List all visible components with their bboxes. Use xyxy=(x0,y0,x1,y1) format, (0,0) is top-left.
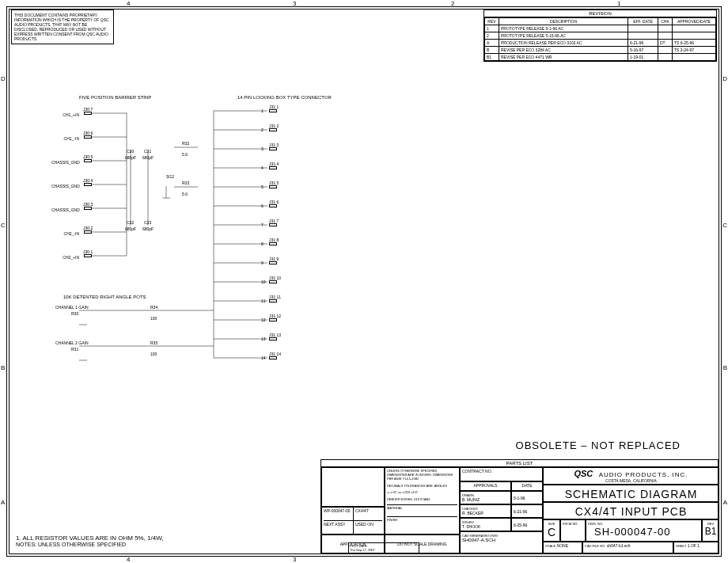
tb-rev: REVB1 xyxy=(702,519,719,542)
j31-pin-box xyxy=(269,204,277,207)
parts-list-header: PARTS LIST xyxy=(320,459,719,466)
c32-ref: C32 xyxy=(127,220,134,225)
tb-checked: CHECKEDR. BECKER xyxy=(460,504,511,518)
pots-label: 10K DETENTED RIGHT ANGLE POTS xyxy=(63,295,146,299)
r31-ref: R31 xyxy=(71,347,78,352)
j30-sig: CH1_-IN xyxy=(51,136,79,141)
tb-contract: CONTRACT NO. xyxy=(460,467,543,481)
j31-pin-box xyxy=(269,109,277,112)
tb-tolerances: UNLESS OTHERWISE SPECIFIED DIMENSIONS AR… xyxy=(385,467,460,534)
j31-pin-num: 6 xyxy=(261,204,264,208)
r35-val: 100 xyxy=(150,352,157,356)
tb-fscm: FSCM NO. xyxy=(560,519,586,542)
tb-company: QSC AUDIO PRODUCTS, INC. COSTA MESA, CAL… xyxy=(543,467,719,485)
j31-pin-num: 9 xyxy=(261,261,264,265)
schematic-area: FIVE POSITION BARRIER STRIP 14 PIN LOCKI… xyxy=(55,95,372,396)
j31-pin-box xyxy=(269,318,277,321)
notes-header: NOTES: UNLESS OTHERWISE SPECIFIED xyxy=(16,542,164,547)
ch1-gain-label: CHANNEL 1 GAIN xyxy=(55,305,89,310)
tb-dwg: DWG. NO.SH-000047-00 xyxy=(586,519,702,542)
sg2-ref: SG2 xyxy=(166,174,174,179)
j31-pin-box xyxy=(269,280,277,283)
tb-checked-date: 6-21-96 xyxy=(511,504,543,518)
zone-top-4: 4 xyxy=(127,0,130,7)
j30-sig: CH2_-IN xyxy=(51,231,79,236)
j30-sig: CHASSIS_GND xyxy=(51,184,79,188)
r30-ref: R30 xyxy=(71,311,78,316)
title-block: WP-000047-00 NEXT ASSY CX4/4T USED ON AP… xyxy=(320,466,719,553)
j30-sig: CHASSIS_GND xyxy=(51,207,79,212)
zone-left-c: C xyxy=(1,222,6,229)
plot-date: PLOT DATEThu Sep 27, 2007 xyxy=(348,542,419,553)
j31-pin-num: 11 xyxy=(261,299,266,303)
j30-pin-box xyxy=(84,254,92,257)
tb-issued-date: 6-25-96 xyxy=(511,518,543,531)
c30-val: 680pF xyxy=(125,155,136,160)
tb-title1: SCHEMATIC DIAGRAM xyxy=(543,485,719,502)
j30-pin-box xyxy=(84,183,92,186)
revision-block: REVISION REV DESCRIPTION EFF. DATE CHK A… xyxy=(483,10,717,62)
j31-pin-num: 1 xyxy=(261,108,264,113)
j31-pin-num: 10 xyxy=(261,280,266,284)
j31-pin-box xyxy=(269,299,277,302)
obsolete-stamp: OBSOLETE – NOT REPLACED xyxy=(516,439,681,451)
j31-pin-num: 4 xyxy=(261,165,264,170)
j31-pin-num: 8 xyxy=(261,242,264,246)
j30-pin-box xyxy=(84,112,92,115)
j30-pin-box xyxy=(84,135,92,139)
j31-pin-box xyxy=(269,261,277,264)
j31-pin-num: 14 xyxy=(261,356,266,360)
tb-blank xyxy=(321,467,385,507)
j30-sig: CHASSIS_GND xyxy=(51,160,79,165)
j30-sig: CH2_+IN xyxy=(51,255,79,260)
j31-pin-num: 12 xyxy=(261,318,266,322)
c33-ref: C33 xyxy=(144,220,151,225)
r33-val: 5.6 xyxy=(182,192,188,196)
tb-usedon: CX4/4T USED ON xyxy=(353,507,385,534)
c31-val: 680pF xyxy=(142,155,154,160)
zone-left-d: D xyxy=(1,75,6,82)
c32-val: 680pF xyxy=(125,226,136,231)
j31-pin-box xyxy=(269,356,277,359)
zone-right-a: A xyxy=(723,499,727,506)
j31-pin-num: 3 xyxy=(261,146,264,151)
tb-date-hdr: DATE xyxy=(511,481,543,491)
tb-cadgen: CAD GENERATED DWGSH0047-A.SCH xyxy=(460,531,543,554)
tb-scale: SCALE NONE xyxy=(543,542,582,554)
r33-ref: R33 xyxy=(182,181,189,185)
j31-pin-num: 5 xyxy=(261,184,264,189)
j31-pin-box xyxy=(269,337,277,340)
j31-pin-num: 7 xyxy=(261,223,264,227)
j31-pin-box xyxy=(269,147,277,150)
j31-pin-box xyxy=(269,166,277,169)
revision-table: REV DESCRIPTION EFF. DATE CHK APPROVED/D… xyxy=(484,17,716,61)
revision-title: REVISION xyxy=(484,10,716,17)
zone-bot-3: 3 xyxy=(293,556,296,563)
c30-ref: C30 xyxy=(127,149,134,154)
r34-ref: R34 xyxy=(150,305,157,310)
tb-drawn-date: 5-1-96 xyxy=(511,491,543,504)
j31-pin-num: 13 xyxy=(261,337,266,341)
r32-ref: R32 xyxy=(182,141,189,146)
zone-right-b: B xyxy=(723,364,727,371)
j31-pin-box xyxy=(269,223,277,226)
r34-val: 100 xyxy=(150,316,157,321)
j31-pin-box xyxy=(269,185,277,188)
j31-pin-num: 2 xyxy=(261,127,264,132)
tb-cad: CAD FILE NO. sh047-b1.sch xyxy=(582,542,673,554)
notes-block: 1. ALL RESISTOR VALUES ARE IN OHM 5%, 1/… xyxy=(16,534,164,547)
zone-bot-4: 4 xyxy=(127,556,130,563)
zone-left-a: A xyxy=(1,499,5,506)
c33-val: 680pF xyxy=(142,226,154,231)
ch2-gain-label: CHANNEL 2 GAIN xyxy=(55,340,89,345)
tb-appr-hdr: APPROVALS xyxy=(460,481,511,491)
zone-right-c: C xyxy=(722,222,727,229)
note-1: 1. ALL RESISTOR VALUES ARE IN OHM 5%, 1/… xyxy=(16,534,164,542)
tb-drawn: DRAWNB. MUNIZ xyxy=(460,491,511,504)
schematic-wires xyxy=(55,95,372,396)
zone-right-d: D xyxy=(722,75,727,82)
zone-left-b: B xyxy=(1,364,5,371)
j30-pin-box xyxy=(84,230,92,234)
tb-title2: CX4/4T INPUT PCB xyxy=(543,502,719,519)
zone-top-3: 3 xyxy=(293,0,296,7)
